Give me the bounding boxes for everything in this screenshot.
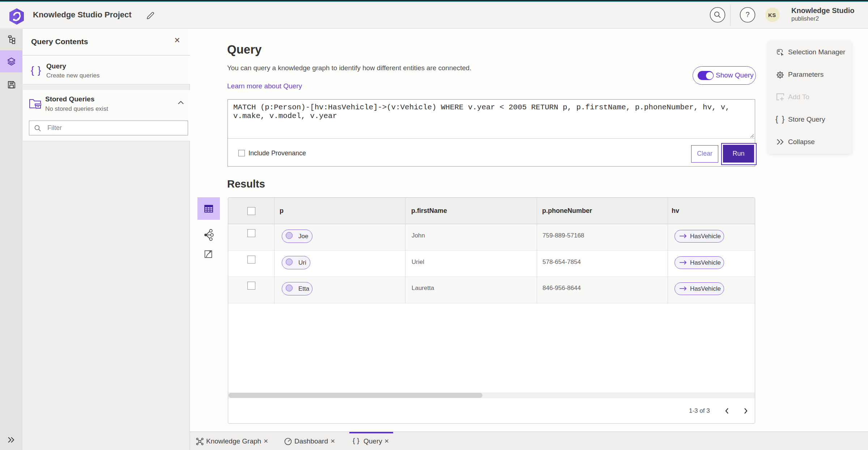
svg-text:?: ? <box>745 10 749 18</box>
